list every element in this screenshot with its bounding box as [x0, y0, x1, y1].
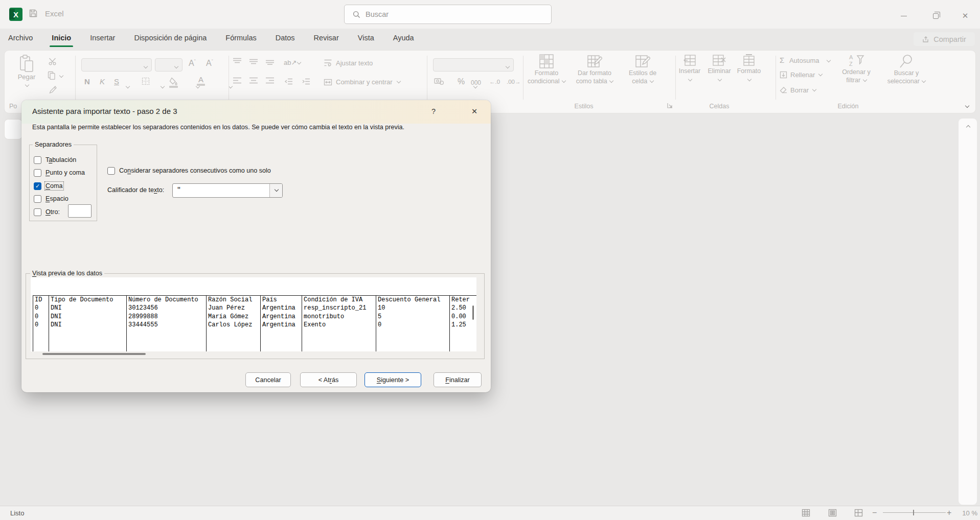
tab-inicio[interactable]: Inicio	[51, 32, 72, 44]
orientation-button[interactable]: ab↗	[284, 59, 301, 66]
tab-ayuda[interactable]: Ayuda	[392, 32, 415, 44]
preview-vscrollbar[interactable]	[472, 305, 474, 320]
search-box[interactable]: Buscar	[344, 5, 552, 24]
share-button[interactable]: Compartir	[914, 32, 975, 46]
text-qualifier-select[interactable]: "	[172, 183, 283, 198]
page-break-view-button[interactable]	[854, 509, 863, 519]
page-layout-view-button[interactable]	[828, 509, 837, 519]
excel-logo-icon[interactable]: X	[9, 8, 22, 21]
dialog-close-button[interactable]: ✕	[467, 104, 482, 119]
cut-button[interactable]	[49, 58, 57, 65]
tab-insertar[interactable]: Insertar	[89, 32, 116, 44]
tab-archivo[interactable]: Archivo	[7, 32, 34, 44]
zoom-slider[interactable]	[883, 512, 946, 513]
zoom-slider-thumb[interactable]	[913, 510, 914, 515]
fill-color-button[interactable]	[169, 77, 178, 88]
zoom-in-button[interactable]: +	[947, 508, 951, 517]
delete-cells-button[interactable]: Eliminar	[706, 54, 733, 84]
tab-datos[interactable]: Datos	[275, 32, 296, 44]
borders-button[interactable]	[142, 77, 150, 85]
merge-center-button[interactable]: Combinar y centrar	[324, 78, 400, 86]
wrap-text-button[interactable]: Ajustar texto	[324, 59, 373, 67]
name-box-remnant[interactable]	[4, 119, 22, 139]
minimize-button[interactable]	[894, 9, 914, 22]
save-button[interactable]	[29, 9, 38, 20]
tab-separator-checkbox[interactable]	[34, 156, 41, 164]
cancel-button[interactable]: Cancelar	[245, 372, 291, 387]
font-color-button[interactable]: A	[197, 76, 205, 86]
next-button[interactable]: Siguiente >	[364, 372, 421, 387]
autosum-button[interactable]: Σ Autosuma	[780, 56, 830, 64]
increase-decimal-button[interactable]: ←.0	[489, 79, 500, 85]
sort-filter-button[interactable]: A Z Ordenar yfiltrar	[835, 54, 878, 84]
consecutive-checkbox[interactable]	[107, 167, 115, 175]
percent-style-button[interactable]: %	[458, 77, 465, 86]
space-separator-checkbox[interactable]	[34, 195, 41, 203]
ribbon-collapse-button[interactable]	[965, 102, 969, 111]
maximize-button[interactable]	[925, 9, 946, 22]
dialog-help-button[interactable]: ?	[426, 104, 441, 119]
accounting-format-button[interactable]	[434, 77, 444, 85]
comma-style-button[interactable]: 000	[471, 79, 481, 86]
align-top-button[interactable]	[233, 58, 242, 65]
font-name-select[interactable]	[81, 58, 152, 72]
status-text: Listo	[10, 509, 24, 517]
tab-disposicion[interactable]: Disposición de página	[133, 32, 208, 44]
dropdown-button[interactable]	[269, 184, 282, 197]
other-separator-checkbox[interactable]	[34, 208, 41, 216]
conditional-formatting-button[interactable]: Formatocondicional	[523, 54, 569, 85]
align-center-button[interactable]	[249, 77, 258, 84]
fill-button[interactable]: Rellenar	[780, 71, 822, 79]
sheet-vertical-scrollbar[interactable]	[959, 119, 977, 505]
checkbox-row-semicolon[interactable]: Punto y coma	[34, 168, 85, 177]
increase-font-button[interactable]: Aˆ	[189, 59, 196, 68]
preview-column: Razón SocialJuan PérezMaría GómezCarlos …	[207, 296, 261, 351]
preview-column: Condición de IVAresp_inscripto_21monotri…	[302, 296, 376, 351]
tab-revisar[interactable]: Revisar	[313, 32, 340, 44]
align-bottom-button[interactable]	[265, 58, 275, 65]
find-select-button[interactable]: Buscar yseleccionar	[880, 54, 933, 85]
normal-view-button[interactable]	[802, 509, 810, 519]
underline-button[interactable]: S	[114, 77, 119, 86]
other-separator-input[interactable]	[68, 204, 92, 218]
svg-text:Z: Z	[849, 61, 853, 67]
clear-button[interactable]: Borrar	[780, 86, 816, 94]
checkbox-row-consecutive[interactable]: Considerar separadores consecutivos como…	[107, 166, 271, 175]
align-right-button[interactable]	[265, 77, 275, 84]
align-middle-button[interactable]	[249, 58, 258, 65]
preview-cell: Carlos López	[207, 321, 260, 329]
format-as-table-button[interactable]: Dar formatocomo tabla	[570, 54, 619, 85]
back-button[interactable]: < Atrás	[300, 372, 357, 387]
format-cells-button[interactable]: Formato	[736, 54, 762, 84]
bold-button[interactable]: N	[84, 77, 90, 86]
copy-button[interactable]	[48, 71, 56, 80]
increase-indent-button[interactable]	[301, 78, 310, 85]
decrease-indent-button[interactable]	[284, 78, 293, 85]
zoom-out-button[interactable]: −	[872, 508, 877, 517]
decrease-decimal-button[interactable]: .00→	[507, 79, 521, 85]
zoom-level[interactable]: 10 %	[955, 509, 977, 517]
paste-button[interactable]: Pegar	[14, 55, 39, 90]
checkbox-row-comma[interactable]: Coma	[34, 181, 63, 191]
decrease-font-button[interactable]: Aˇ	[206, 59, 213, 68]
italic-button[interactable]: K	[100, 77, 105, 86]
checkbox-row-tab[interactable]: Tabulación	[34, 155, 76, 164]
checkbox-row-space[interactable]: Espacio	[34, 194, 69, 203]
tab-vista[interactable]: Vista	[357, 32, 375, 44]
styles-dialog-launcher[interactable]	[667, 103, 673, 108]
insert-cells-button[interactable]: Insertar	[676, 54, 703, 84]
cell-styles-button[interactable]: Estilos decelda	[620, 54, 665, 85]
close-button[interactable]: ✕	[955, 9, 975, 22]
import-wizard-dialog: Asistente para importar texto - paso 2 d…	[21, 100, 491, 392]
format-painter-button[interactable]	[49, 85, 57, 93]
font-size-select[interactable]	[155, 58, 183, 72]
preview-hscrollbar[interactable]	[42, 353, 146, 355]
comma-separator-checkbox[interactable]	[34, 182, 41, 190]
finish-button[interactable]: Finalizar	[434, 372, 482, 387]
semicolon-separator-checkbox[interactable]	[34, 169, 41, 177]
align-left-button[interactable]	[233, 77, 242, 84]
checkbox-row-other[interactable]: Otro:	[34, 207, 60, 217]
chevron-down-icon	[506, 64, 510, 68]
number-format-select[interactable]	[433, 58, 514, 72]
tab-formulas[interactable]: Fórmulas	[224, 32, 257, 44]
